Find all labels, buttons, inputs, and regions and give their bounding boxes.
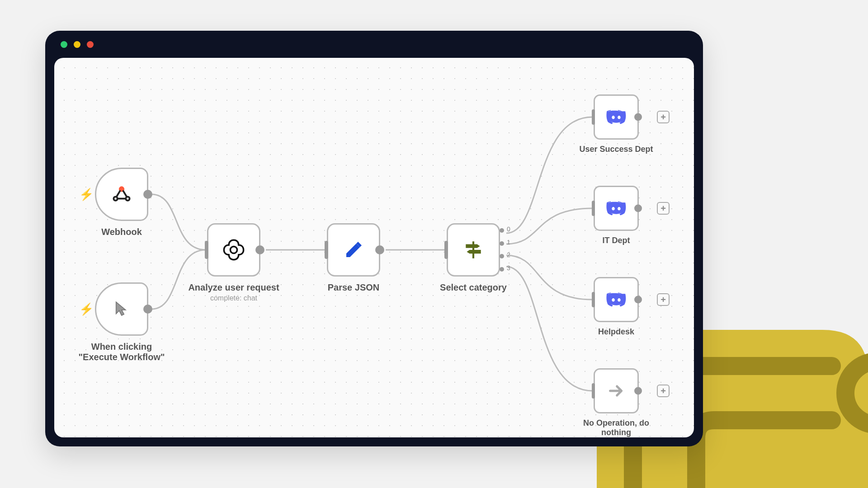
- node-webhook[interactable]: ⚡ Webhook: [95, 168, 148, 221]
- output-port[interactable]: [375, 245, 384, 254]
- node-label: Webhook: [101, 227, 142, 237]
- workflow-canvas[interactable]: ⚡ Webhook ⚡ When clicking "Exec: [54, 58, 694, 437]
- node-select-category[interactable]: 0 1 2 3 Select category: [447, 223, 500, 277]
- traffic-light-maximize[interactable]: [87, 41, 94, 48]
- node-label: When clicking "Execute Workflow": [76, 342, 167, 362]
- input-port[interactable]: [592, 201, 595, 216]
- node-helpdesk[interactable]: Helpdesk: [594, 277, 639, 322]
- node-no-operation[interactable]: No Operation, do nothing: [594, 368, 639, 413]
- input-port[interactable]: [592, 109, 595, 125]
- switch-port-2[interactable]: 2: [500, 254, 504, 258]
- traffic-light-minimize[interactable]: [74, 41, 80, 48]
- window-titlebar: [45, 31, 703, 58]
- app-window: ⚡ Webhook ⚡ When clicking "Exec: [45, 31, 703, 446]
- add-node-button[interactable]: +: [657, 202, 670, 215]
- add-node-button[interactable]: +: [657, 111, 670, 123]
- node-user-success[interactable]: User Success Dept: [594, 94, 639, 140]
- cursor-icon: [112, 300, 131, 319]
- trigger-icon: ⚡: [79, 302, 94, 316]
- switch-output-ports: 0 1 2 3: [499, 228, 505, 272]
- input-port[interactable]: [592, 383, 595, 399]
- switch-port-3[interactable]: 3: [500, 267, 504, 272]
- node-sublabel: complete: chat: [210, 294, 257, 302]
- output-port[interactable]: [634, 113, 642, 121]
- node-label: Analyze user request: [188, 282, 279, 293]
- pencil-icon: [343, 239, 364, 261]
- node-label: Parse JSON: [328, 282, 380, 293]
- output-port[interactable]: [634, 205, 642, 212]
- node-analyze-request[interactable]: Analyze user request complete: chat: [207, 223, 260, 277]
- add-node-button[interactable]: +: [657, 293, 670, 306]
- node-manual-trigger[interactable]: ⚡ When clicking "Execute Workflow": [95, 282, 148, 336]
- node-label: No Operation, do nothing: [571, 418, 661, 437]
- openai-icon: [222, 238, 245, 262]
- node-it-dept[interactable]: IT Dept: [594, 186, 639, 231]
- svg-point-3: [126, 197, 129, 200]
- input-port[interactable]: [592, 292, 595, 307]
- trigger-icon: ⚡: [79, 188, 94, 202]
- traffic-light-close[interactable]: [61, 41, 67, 48]
- switch-port-1[interactable]: 1: [500, 241, 504, 246]
- output-port[interactable]: [634, 387, 642, 395]
- discord-icon: [606, 107, 626, 127]
- webhook-icon: [111, 184, 132, 205]
- node-label: Helpdesk: [598, 327, 634, 337]
- output-port[interactable]: [255, 245, 264, 254]
- signpost-icon: [462, 239, 485, 261]
- node-label: Select category: [440, 282, 507, 293]
- switch-port-0[interactable]: 0: [500, 228, 504, 233]
- input-port[interactable]: [444, 241, 448, 259]
- node-label: User Success Dept: [579, 145, 653, 154]
- output-port[interactable]: [143, 190, 152, 199]
- arrow-right-icon: [607, 382, 625, 400]
- input-port[interactable]: [205, 241, 208, 259]
- svg-point-2: [113, 197, 117, 200]
- svg-point-4: [230, 246, 237, 253]
- discord-icon: [606, 198, 626, 218]
- add-node-button[interactable]: +: [657, 385, 670, 397]
- node-label: IT Dept: [603, 236, 630, 245]
- output-port[interactable]: [143, 305, 152, 314]
- discord-icon: [606, 290, 626, 310]
- input-port[interactable]: [325, 241, 328, 259]
- node-parse-json[interactable]: Parse JSON: [327, 223, 380, 277]
- output-port[interactable]: [634, 296, 642, 304]
